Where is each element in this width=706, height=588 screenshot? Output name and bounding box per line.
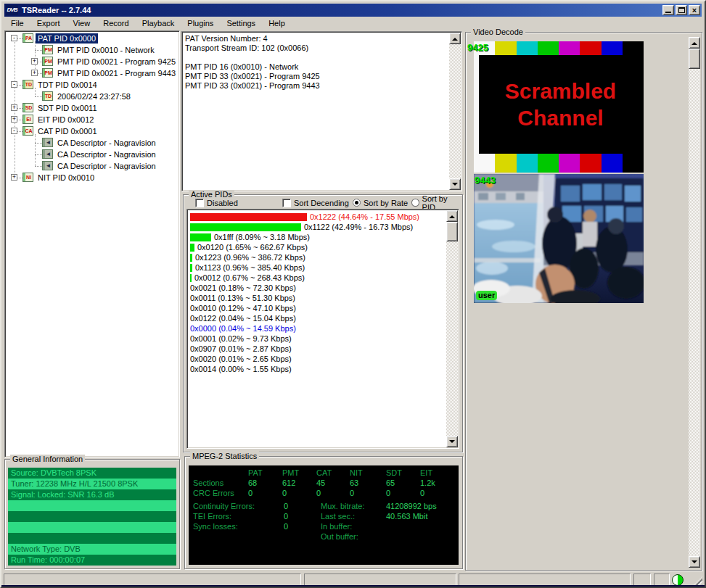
radio-selected-icon[interactable] [353, 199, 361, 207]
pid-row[interactable]: 0x0012 (0.67% ~ 268.43 Kbps) [190, 273, 444, 283]
scroll-up-button[interactable] [446, 210, 458, 222]
arrow-down-icon [691, 560, 697, 566]
scroll-thumb[interactable] [689, 49, 700, 69]
stats-column-header: PAT [248, 468, 263, 477]
pid-row[interactable]: 0x0021 (0.18% ~ 72.30 Kbps) [190, 283, 444, 293]
tree-item[interactable]: TD2006/02/24 23:27:58 [5, 91, 179, 102]
tree-connector-line [35, 88, 36, 96]
expand-plus-icon[interactable]: + [11, 174, 17, 181]
menu-plugins[interactable]: Plugins [181, 17, 220, 30]
menu-file[interactable]: File [4, 17, 30, 30]
pid-row[interactable]: 0x0014 (0.00% ~ 1.55 Kbps) [190, 364, 444, 374]
scroll-up-button[interactable] [449, 33, 461, 44]
menu-record[interactable]: Record [97, 17, 135, 30]
radio-icon[interactable] [411, 199, 419, 207]
expand-plus-icon[interactable]: + [11, 116, 17, 123]
menu-playback[interactable]: Playback [136, 17, 181, 30]
channel-9443-label: 9443 [475, 175, 496, 186]
arrow-up-icon [452, 35, 458, 41]
info-row [8, 533, 176, 544]
table-ca-icon: CA [22, 126, 33, 136]
tree-item[interactable]: +SDSDT PID 0x0011 [5, 102, 179, 114]
scroll-thumb[interactable] [446, 222, 458, 241]
stats-line-label: Out buffer: [321, 532, 358, 541]
info-row [8, 511, 176, 522]
tree-item-label: CA Descriptor - Nagravision [55, 149, 158, 160]
pid-row[interactable]: 0x1223 (0.96% ~ 386.72 Kbps) [190, 252, 444, 262]
stats-value: 0 [350, 489, 354, 497]
tree-connector-stub [35, 96, 42, 97]
scroll-track[interactable] [446, 210, 458, 447]
pid-row[interactable]: 0x0122 (0.04% ~ 15.04 Kbps) [190, 313, 444, 323]
pid-row[interactable]: 0x1fff (8.09% ~ 3.18 Mbps) [190, 232, 444, 242]
checkbox-icon[interactable] [282, 199, 291, 207]
table-pm-icon: PM [42, 68, 53, 78]
pid-rate-bar [190, 254, 192, 262]
pid-row[interactable]: 0x0001 (0.02% ~ 9.73 Kbps) [190, 334, 444, 344]
menu-settings[interactable]: Settings [220, 17, 262, 30]
pid-row[interactable]: 0x0907 (0.01% ~ 2.87 Kbps) [190, 344, 444, 354]
pid-label: 0x1223 (0.96% ~ 386.72 Kbps) [195, 253, 305, 262]
tree-item[interactable]: +PMPMT PID 0x0021 - Program 9443 [5, 67, 179, 79]
stream-tree-panel[interactable]: -PAPAT PID 0x0000PMPMT PID 0x0010 - Netw… [4, 30, 180, 457]
pid-row[interactable]: 0x0010 (0.12% ~ 47.10 Kbps) [190, 303, 444, 313]
scroll-track[interactable] [449, 33, 461, 190]
tree-item[interactable]: +EIEIT PID 0x0012 [5, 114, 179, 125]
menu-view[interactable]: View [67, 17, 97, 30]
info-row [8, 522, 176, 533]
scroll-track[interactable] [689, 37, 700, 568]
tree-item[interactable]: -CACAT PID 0x0001 [5, 125, 179, 137]
maximize-button[interactable] [676, 5, 687, 15]
scroll-down-button[interactable] [446, 436, 458, 447]
tree-item[interactable]: -PAPAT PID 0x0000 [5, 33, 179, 44]
pid-rate-list[interactable]: 0x1222 (44.64% - 17.55 Mbps)0x1122 (42.4… [186, 209, 459, 449]
stats-row-label: Sections [193, 479, 223, 487]
expand-plus-icon[interactable]: + [31, 70, 38, 76]
collapse-minus-icon[interactable]: - [11, 128, 17, 134]
close-button[interactable]: × [689, 5, 700, 15]
pid-row[interactable]: 0x1122 (42.49% - 16.73 Mbps) [190, 222, 444, 232]
tree-item[interactable]: ◄CA Descriptor - Nagravision [5, 160, 179, 172]
sort-descending-checkbox[interactable]: Sort Decending [281, 198, 350, 207]
expand-plus-icon[interactable]: + [11, 104, 17, 111]
title-bar[interactable]: DVB TSReader -- 2.7.44 × [4, 4, 702, 17]
menu-export[interactable]: Export [30, 17, 67, 30]
tree-item[interactable]: +NINIT PID 0x0010 [5, 172, 179, 183]
pid-row[interactable]: 0x0020 (0.01% ~ 2.65 Kbps) [190, 354, 444, 364]
video-frame-9443[interactable]: 9443 user [474, 174, 644, 303]
scroll-down-button[interactable] [689, 556, 700, 568]
pid-row[interactable]: 0x1123 (0.96% ~ 385.40 Kbps) [190, 262, 444, 273]
checkbox-icon[interactable] [195, 199, 204, 207]
tree-connector-stub [35, 166, 42, 167]
scroll-down-button[interactable] [449, 178, 461, 190]
pid-scrollbar[interactable] [446, 210, 458, 447]
pid-label: 0x0011 (0.13% ~ 51.30 Kbps) [190, 294, 295, 302]
tree-item[interactable]: +PMPMT PID 0x0021 - Program 9425 [5, 56, 179, 67]
tree-item[interactable]: ◄CA Descriptor - Nagravision [5, 137, 179, 149]
pid-row[interactable]: 0x0000 (0.04% ~ 14.59 Kbps) [190, 323, 444, 334]
general-information-rows: Source: DVBTech 8PSKTuner: 12238 MHz H/L… [8, 468, 176, 566]
video-frame-9425[interactable]: ScrambledChannel [474, 41, 644, 173]
tree-item[interactable]: -TDTDT PID 0x0014 [5, 79, 179, 91]
scroll-up-button[interactable] [689, 37, 700, 49]
minimize-button[interactable] [662, 5, 674, 15]
collapse-minus-icon[interactable]: - [11, 35, 17, 41]
table-ei-icon: EI [22, 115, 33, 124]
collapse-minus-icon[interactable]: - [11, 81, 17, 88]
scrambled-text: Scrambled [505, 78, 616, 104]
video-scrollbar[interactable] [689, 37, 700, 568]
pat-detail-panel[interactable]: PAT Version Number: 4 Transport Stream I… [181, 31, 462, 191]
pid-row[interactable]: 0x0011 (0.13% ~ 51.30 Kbps) [190, 293, 444, 303]
detail-scrollbar[interactable] [449, 33, 461, 190]
tree-item[interactable]: ◄CA Descriptor - Nagravision [5, 149, 179, 160]
pid-row[interactable]: 0x0120 (1.65% ~ 662.67 Kbps) [190, 242, 444, 252]
tree-item[interactable]: PMPMT PID 0x0010 - Network [5, 44, 179, 56]
disabled-checkbox[interactable]: Disabled [194, 198, 239, 207]
expand-plus-icon[interactable]: + [31, 58, 38, 65]
sort-by-pid-radio[interactable]: Sort by PID [410, 198, 462, 207]
sort-by-rate-radio[interactable]: Sort by Rate [351, 198, 409, 207]
menu-help[interactable]: Help [262, 17, 292, 30]
studio-scene-image [474, 174, 644, 303]
pid-row[interactable]: 0x1222 (44.64% - 17.55 Mbps) [190, 212, 444, 222]
stats-value: 68 [248, 479, 257, 487]
